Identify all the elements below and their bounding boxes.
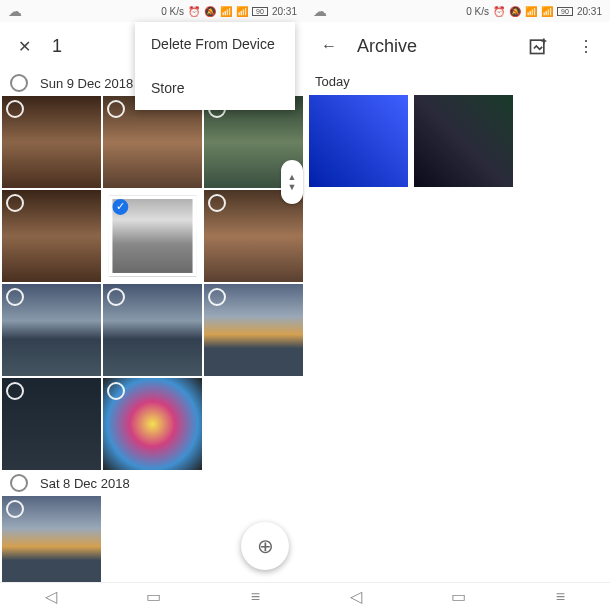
photo-thumb[interactable]: [414, 95, 513, 187]
cloud-icon: ☁: [313, 3, 327, 19]
photo-thumb[interactable]: [103, 378, 202, 470]
photo-thumb-selected[interactable]: [109, 196, 196, 277]
photo-thumb[interactable]: [2, 378, 101, 470]
nav-bar: ◁ ▭ ≡: [305, 582, 610, 610]
dnd-icon: 🔕: [204, 6, 216, 17]
photo-thumb[interactable]: [204, 284, 303, 376]
menu-delete-from-device[interactable]: Delete From Device: [135, 22, 295, 66]
wifi-icon: 📶: [525, 6, 537, 17]
home-nav-icon[interactable]: ▭: [451, 587, 466, 606]
date-header: Today: [305, 70, 610, 93]
select-day-circle[interactable]: [10, 474, 28, 492]
menu-store[interactable]: Store: [135, 66, 295, 110]
cloud-icon: ☁: [8, 3, 22, 19]
fast-scroller[interactable]: ▲▼: [281, 160, 303, 204]
recent-nav-icon[interactable]: ≡: [556, 588, 565, 606]
home-nav-icon[interactable]: ▭: [146, 587, 161, 606]
battery-icon: 90: [252, 7, 268, 16]
recent-nav-icon[interactable]: ≡: [251, 588, 260, 606]
signal-icon: 📶: [541, 6, 553, 17]
wifi-icon: 📶: [220, 6, 232, 17]
more-button[interactable]: ⋮: [566, 26, 606, 66]
date-label: Sun 9 Dec 2018: [40, 76, 133, 91]
photo-thumb[interactable]: [309, 95, 408, 187]
magnify-icon: ⊕: [257, 534, 274, 558]
photos-selection-screen: ☁ 0 K/s ⏰ 🔕 📶 📶 90 20:31 ✕ 1 Delete From…: [0, 0, 305, 610]
page-title: Archive: [357, 36, 510, 57]
photo-thumb[interactable]: [103, 284, 202, 376]
battery-icon: 90: [557, 7, 573, 16]
clock: 20:31: [577, 6, 602, 17]
close-button[interactable]: ✕: [4, 26, 44, 66]
status-bar: ☁ 0 K/s ⏰ 🔕 📶 📶 90 20:31: [0, 0, 305, 22]
archive-toolbar: ← Archive ⋮: [305, 22, 610, 70]
date-label: Today: [315, 74, 350, 89]
archive-grid: [305, 93, 610, 189]
photo-thumb[interactable]: [2, 96, 101, 188]
archive-screen: ☁ 0 K/s ⏰ 🔕 📶 📶 90 20:31 ← Archive ⋮ Tod…: [305, 0, 610, 610]
back-button[interactable]: ←: [309, 26, 349, 66]
back-nav-icon[interactable]: ◁: [350, 587, 362, 606]
select-day-circle[interactable]: [10, 74, 28, 92]
status-bar: ☁ 0 K/s ⏰ 🔕 📶 📶 90 20:31: [305, 0, 610, 22]
alarm-icon: ⏰: [188, 6, 200, 17]
back-nav-icon[interactable]: ◁: [45, 587, 57, 606]
zoom-fab[interactable]: ⊕: [241, 522, 289, 570]
dnd-icon: 🔕: [509, 6, 521, 17]
signal-icon: 📶: [236, 6, 248, 17]
date-label: Sat 8 Dec 2018: [40, 476, 130, 491]
date-header[interactable]: Sat 8 Dec 2018: [0, 470, 305, 496]
clock: 20:31: [272, 6, 297, 17]
photo-thumb[interactable]: [2, 284, 101, 376]
photo-thumb[interactable]: [204, 190, 303, 282]
net-speed: 0 K/s: [466, 6, 489, 17]
overflow-menu: Delete From Device Store: [135, 22, 295, 110]
add-image-button[interactable]: [518, 26, 558, 66]
photo-thumb[interactable]: [2, 496, 101, 588]
net-speed: 0 K/s: [161, 6, 184, 17]
alarm-icon: ⏰: [493, 6, 505, 17]
photo-grid: [0, 96, 305, 470]
nav-bar: ◁ ▭ ≡: [0, 582, 305, 610]
photo-thumb[interactable]: [2, 190, 101, 282]
